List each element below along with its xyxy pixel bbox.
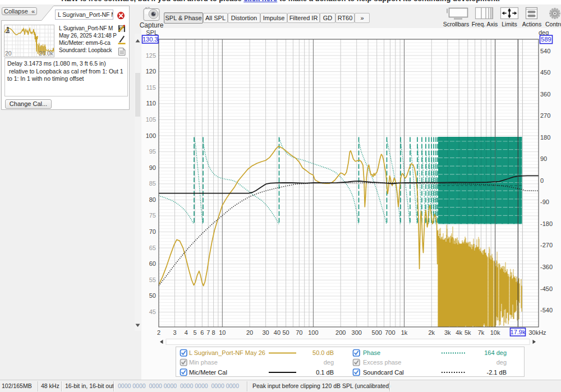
svg-text:deg: deg: [539, 29, 549, 36]
svg-text:700: 700: [385, 329, 395, 336]
svg-text:50: 50: [282, 329, 289, 336]
svg-text:-540: -540: [540, 307, 553, 313]
svg-text:1k: 1k: [401, 329, 408, 336]
svg-text:30: 30: [262, 329, 269, 336]
svg-text:180: 180: [540, 134, 550, 141]
svg-text:70: 70: [149, 228, 156, 235]
svg-text:3k: 3k: [444, 329, 451, 336]
svg-text:8: 8: [212, 329, 215, 336]
svg-text:80: 80: [149, 196, 156, 203]
svg-text:0: 0: [540, 177, 544, 184]
svg-text:10: 10: [219, 329, 226, 336]
svg-text:70: 70: [296, 329, 302, 336]
svg-text:270: 270: [540, 112, 550, 119]
svg-text:20: 20: [5, 50, 12, 57]
svg-text:90: 90: [540, 155, 547, 162]
svg-text:360: 360: [540, 91, 550, 98]
svg-text:450: 450: [540, 69, 550, 76]
svg-text:95: 95: [149, 148, 156, 155]
svg-text:10k: 10k: [490, 329, 500, 336]
svg-text:110: 110: [146, 100, 156, 107]
svg-text:90: 90: [149, 164, 156, 171]
svg-text:120: 120: [146, 68, 156, 75]
svg-text:17.9k: 17.9k: [511, 329, 526, 335]
svg-text:45: 45: [149, 308, 156, 315]
svg-text:2: 2: [157, 329, 160, 336]
svg-text:100: 100: [308, 329, 318, 336]
svg-text:3: 3: [173, 329, 176, 336]
svg-text:7: 7: [206, 329, 210, 336]
svg-text:20: 20: [246, 329, 253, 336]
svg-text:100: 100: [146, 132, 156, 139]
svg-text:-450: -450: [540, 285, 553, 292]
svg-text:130.3: 130.3: [142, 36, 158, 43]
svg-text:4: 4: [185, 329, 188, 336]
svg-text:200: 200: [335, 329, 346, 336]
svg-text:5k: 5k: [465, 329, 471, 336]
svg-text:300: 300: [352, 329, 362, 336]
svg-text:-360: -360: [540, 264, 553, 270]
svg-text:60: 60: [149, 260, 156, 267]
svg-text:-90: -90: [540, 199, 549, 205]
svg-text:40: 40: [274, 329, 280, 336]
svg-text:1: 1: [6, 26, 10, 33]
svg-text:20.0k: 20.0k: [39, 50, 53, 57]
svg-text:-270: -270: [540, 242, 553, 248]
svg-text:4k: 4k: [456, 329, 462, 336]
svg-text:540: 540: [540, 48, 550, 54]
svg-text:30kHz: 30kHz: [528, 329, 546, 336]
svg-text:-180: -180: [540, 220, 553, 227]
svg-text:2k: 2k: [428, 329, 435, 336]
svg-text:50: 50: [149, 292, 156, 299]
svg-text:85: 85: [149, 180, 156, 187]
svg-text:5: 5: [193, 329, 196, 336]
svg-text:105: 105: [146, 116, 156, 123]
svg-text:75: 75: [149, 212, 156, 219]
svg-text:55: 55: [149, 276, 156, 283]
svg-text:115: 115: [146, 84, 156, 91]
svg-text:7k: 7k: [478, 329, 485, 336]
svg-text:125: 125: [146, 52, 156, 59]
svg-text:589: 589: [541, 36, 551, 43]
svg-text:65: 65: [149, 245, 156, 251]
svg-text:500: 500: [372, 329, 382, 336]
svg-text:6: 6: [200, 329, 204, 336]
